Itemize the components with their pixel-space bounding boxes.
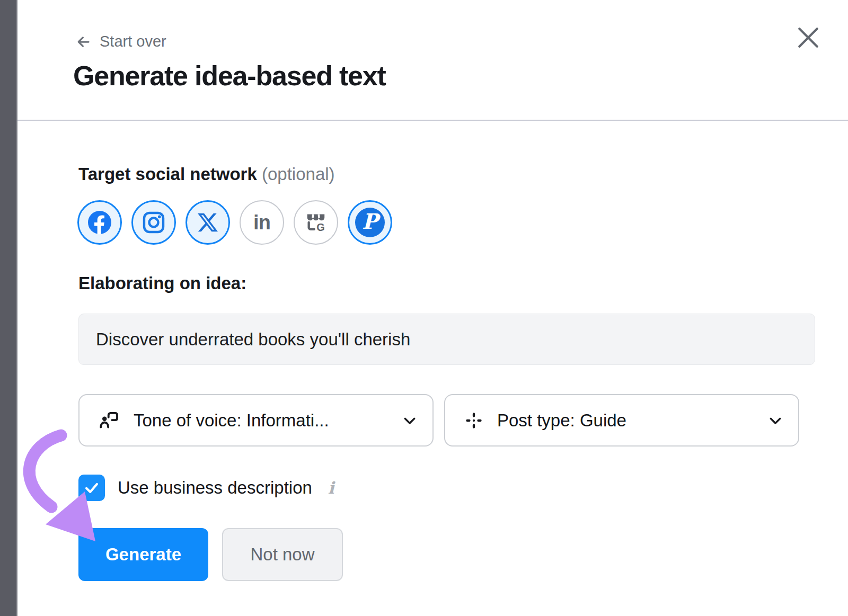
network-selector: in G P [77,200,392,245]
network-instagram-button[interactable] [131,200,176,245]
chevron-down-icon [767,413,783,428]
checkmark-icon [83,479,101,497]
modal-title: Generate idea-based text [73,60,386,92]
post-type-dropdown[interactable]: Post type: Guide [444,394,799,447]
facebook-icon [87,210,112,235]
pinterest-icon: P [355,208,385,237]
person-speech-bubble-icon [98,409,121,432]
generate-button[interactable]: Generate [78,528,208,581]
idea-input[interactable] [78,314,815,365]
network-facebook-button[interactable] [77,200,122,245]
x-twitter-icon [198,212,218,233]
close-icon [795,24,822,51]
idea-label: Elaborating on idea: [78,273,246,293]
network-linkedin-button[interactable]: in [240,200,284,245]
optional-label: (optional) [262,164,335,184]
background-sidebar-edge [0,0,17,616]
arrow-left-icon [74,34,92,50]
google-business-icon: G [303,209,329,236]
svg-text:G: G [316,221,325,233]
use-business-description-row: Use business description i [78,475,334,501]
dashed-crosshair-icon [463,410,484,431]
use-business-description-label: Use business description [118,478,312,498]
target-network-label-row: Target social network (optional) [78,164,335,184]
linkedin-icon: in [253,212,270,233]
start-over-button[interactable]: Start over [74,33,166,50]
divider [17,120,848,121]
network-pinterest-button[interactable]: P [348,200,392,245]
tone-of-voice-dropdown[interactable]: Tone of voice: Informati... [78,394,434,447]
post-type-value: Post type: Guide [497,410,767,431]
network-x-twitter-button[interactable] [186,200,230,245]
not-now-button[interactable]: Not now [222,528,343,581]
generate-text-modal: Start over Generate idea-based text Targ… [17,0,848,616]
chevron-down-icon [402,413,418,428]
start-over-label: Start over [100,33,166,50]
use-business-description-checkbox[interactable] [78,475,105,501]
network-google-business-button[interactable]: G [294,200,338,245]
tone-of-voice-value: Tone of voice: Informati... [134,410,402,431]
close-button[interactable] [792,22,824,54]
info-icon[interactable]: i [328,478,334,497]
target-network-label: Target social network [78,164,257,184]
app-background: Start over Generate idea-based text Targ… [0,0,848,616]
instagram-icon [142,210,166,235]
